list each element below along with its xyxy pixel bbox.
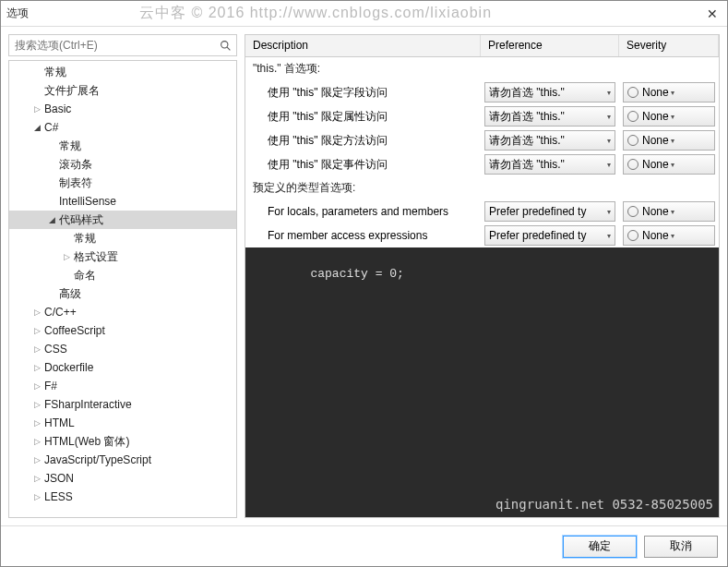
preference-dropdown[interactable]: Prefer predefined ty▾ bbox=[484, 201, 615, 222]
chevron-down-icon: ▾ bbox=[607, 113, 611, 121]
grid-row: 使用 "this" 限定方法访问请勿首选 "this."▾None▾ bbox=[245, 128, 719, 152]
tree-item[interactable]: 制表符 bbox=[9, 174, 236, 192]
tree-item[interactable]: 高级 bbox=[9, 284, 236, 303]
watermark-text: 云中客 © 2016 http://www.cnblogs.com/lixiao… bbox=[139, 4, 492, 23]
cell-description: 使用 "this" 限定字段访问 bbox=[245, 85, 481, 101]
chevron-right-icon[interactable]: ▷ bbox=[31, 344, 42, 355]
chevron-down-icon: ▾ bbox=[671, 137, 674, 145]
close-icon[interactable]: ✕ bbox=[703, 5, 722, 23]
tree-item[interactable]: ▷HTML(Web 窗体) bbox=[9, 432, 236, 451]
cell-description: For member access expressions bbox=[245, 229, 481, 242]
preference-dropdown[interactable]: 请勿首选 "this."▾ bbox=[484, 106, 615, 127]
tree-item[interactable]: 常规 bbox=[9, 229, 236, 247]
left-pane: 常规文件扩展名▷Basic◢C#常规滚动条制表符IntelliSense◢代码样… bbox=[8, 34, 237, 518]
chevron-right-icon[interactable]: ▷ bbox=[61, 251, 72, 262]
tree-view[interactable]: 常规文件扩展名▷Basic◢C#常规滚动条制表符IntelliSense◢代码样… bbox=[8, 60, 237, 518]
preference-dropdown[interactable]: 请勿首选 "this."▾ bbox=[484, 130, 615, 151]
grid-row: 使用 "this" 限定属性访问请勿首选 "this."▾None▾ bbox=[245, 104, 719, 128]
tree-item-label: 常规 bbox=[59, 139, 81, 154]
chevron-right-icon[interactable]: ▷ bbox=[31, 380, 42, 392]
preference-dropdown[interactable]: Prefer predefined ty▾ bbox=[484, 225, 615, 246]
ok-button[interactable]: 确定 bbox=[563, 536, 637, 558]
tree-item-label: C/C++ bbox=[44, 306, 77, 319]
severity-none-icon bbox=[627, 111, 638, 122]
grid-body: "this." 首选项:使用 "this" 限定字段访问请勿首选 "this."… bbox=[245, 57, 719, 247]
severity-dropdown[interactable]: None▾ bbox=[623, 130, 715, 151]
chevron-right-icon[interactable]: ▷ bbox=[31, 417, 42, 428]
tree-item[interactable]: ▷Basic bbox=[9, 100, 236, 118]
chevron-right-icon[interactable]: ▷ bbox=[31, 103, 42, 115]
chevron-right-icon[interactable]: ▷ bbox=[31, 454, 42, 465]
tree-item[interactable]: ▷CoffeeScript bbox=[9, 321, 236, 340]
chevron-right-icon[interactable]: ▷ bbox=[31, 436, 42, 447]
grid-header: Description Preference Severity bbox=[245, 35, 719, 57]
tree-item[interactable]: ▷FSharpInteractive bbox=[9, 395, 236, 414]
severity-dropdown[interactable]: None▾ bbox=[623, 201, 715, 222]
tree-item-label: C# bbox=[44, 121, 58, 134]
chevron-right-icon[interactable]: ▷ bbox=[31, 399, 42, 410]
cancel-button[interactable]: 取消 bbox=[644, 536, 718, 558]
severity-none-icon bbox=[627, 206, 638, 217]
tree-item[interactable]: ◢C# bbox=[9, 118, 236, 137]
chevron-down-icon: ▾ bbox=[607, 137, 611, 145]
tree-item[interactable]: ▷CSS bbox=[9, 340, 236, 358]
grid-row: 使用 "this" 限定字段访问请勿首选 "this."▾None▾ bbox=[245, 80, 719, 104]
chevron-down-icon: ▾ bbox=[671, 232, 674, 240]
chevron-down-icon[interactable]: ◢ bbox=[31, 122, 42, 133]
grid-row: For locals, parameters and membersPrefer… bbox=[245, 199, 719, 223]
severity-dropdown[interactable]: None▾ bbox=[623, 154, 715, 175]
tree-item[interactable]: ▷JSON bbox=[9, 469, 236, 488]
tree-item-label: 常规 bbox=[74, 231, 96, 247]
chevron-right-icon[interactable]: ▷ bbox=[31, 491, 42, 502]
tree-item[interactable]: ◢代码样式 bbox=[9, 211, 236, 229]
code-preview: capacity = 0; qingruanit.net 0532-850250… bbox=[245, 247, 719, 517]
chevron-down-icon: ▾ bbox=[671, 113, 674, 121]
chevron-right-icon[interactable]: ▷ bbox=[31, 362, 42, 373]
tree-item[interactable]: ▷JavaScript/TypeScript bbox=[9, 451, 236, 469]
tree-item[interactable]: ▷LESS bbox=[9, 488, 236, 506]
severity-dropdown[interactable]: None▾ bbox=[623, 225, 715, 246]
chevron-right-icon[interactable]: ▷ bbox=[31, 325, 42, 336]
dropdown-value: 请勿首选 "this." bbox=[489, 85, 605, 101]
tree-item-label: FSharpInteractive bbox=[44, 398, 132, 411]
chevron-right-icon[interactable]: ▷ bbox=[31, 307, 42, 318]
dropdown-value: None bbox=[642, 86, 669, 99]
search-input[interactable] bbox=[9, 35, 214, 55]
tree-item[interactable]: 命名 bbox=[9, 266, 236, 284]
tree-item-label: 格式设置 bbox=[74, 249, 118, 265]
chevron-down-icon: ▾ bbox=[607, 161, 611, 169]
tree-item[interactable]: 常规 bbox=[9, 137, 236, 155]
dropdown-value: Prefer predefined ty bbox=[489, 229, 605, 242]
dropdown-value: 请勿首选 "this." bbox=[489, 109, 605, 125]
tree-item[interactable]: ▷F# bbox=[9, 377, 236, 395]
severity-none-icon bbox=[627, 230, 638, 241]
content-area: 常规文件扩展名▷Basic◢C#常规滚动条制表符IntelliSense◢代码样… bbox=[1, 27, 727, 525]
dropdown-value: None bbox=[642, 229, 669, 242]
dropdown-value: None bbox=[642, 134, 669, 147]
tree-item-label: IntelliSense bbox=[59, 195, 116, 208]
tree-item[interactable]: ▷格式设置 bbox=[9, 247, 236, 266]
tree-item[interactable]: 滚动条 bbox=[9, 155, 236, 174]
severity-dropdown[interactable]: None▾ bbox=[623, 106, 715, 127]
chevron-down-icon[interactable]: ◢ bbox=[46, 214, 57, 225]
chevron-right-icon[interactable]: ▷ bbox=[31, 473, 42, 484]
chevron-down-icon: ▾ bbox=[607, 89, 611, 97]
tree-item-label: HTML(Web 窗体) bbox=[44, 434, 129, 450]
tree-item-label: 滚动条 bbox=[59, 157, 92, 173]
tree-item[interactable]: ▷C/C++ bbox=[9, 303, 236, 321]
preference-dropdown[interactable]: 请勿首选 "this."▾ bbox=[484, 154, 615, 175]
tree-item[interactable]: 文件扩展名 bbox=[9, 81, 236, 100]
tree-item[interactable]: ▷HTML bbox=[9, 414, 236, 432]
options-dialog: 选项 云中客 © 2016 http://www.cnblogs.com/lix… bbox=[0, 0, 728, 567]
cell-description: 使用 "this" 限定事件访问 bbox=[245, 157, 481, 173]
cell-description: 使用 "this" 限定属性访问 bbox=[245, 109, 481, 125]
grid-row: 使用 "this" 限定事件访问请勿首选 "this."▾None▾ bbox=[245, 152, 719, 176]
tree-item[interactable]: IntelliSense bbox=[9, 192, 236, 211]
tree-item[interactable]: 常规 bbox=[9, 63, 236, 81]
watermark-code: qingruanit.net 0532-85025005 bbox=[495, 497, 713, 512]
search-icon[interactable] bbox=[214, 35, 236, 55]
severity-dropdown[interactable]: None▾ bbox=[623, 82, 715, 103]
svg-line-1 bbox=[227, 47, 230, 50]
tree-item[interactable]: ▷Dockerfile bbox=[9, 358, 236, 377]
preference-dropdown[interactable]: 请勿首选 "this."▾ bbox=[484, 82, 615, 103]
